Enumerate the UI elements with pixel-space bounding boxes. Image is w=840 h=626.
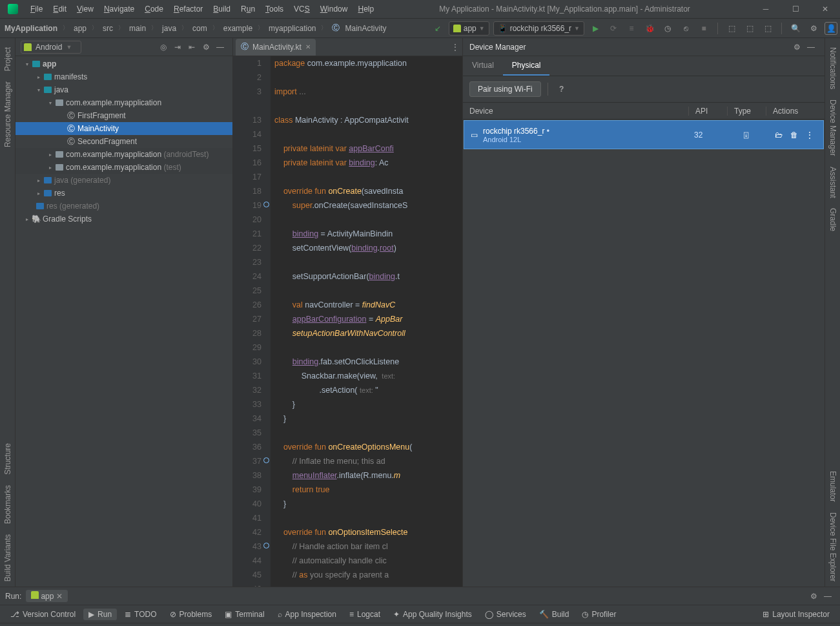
breadcrumb-item[interactable]: myapplication (267, 23, 318, 34)
menu-code[interactable]: Code (140, 3, 168, 16)
bottom-tab-problems[interactable]: ⊘ Problems (165, 609, 218, 620)
breadcrumb-item[interactable]: com (190, 23, 209, 34)
select-opened-icon[interactable]: ◎ (156, 40, 170, 54)
project-view-combo[interactable]: Android ▼ (21, 41, 81, 54)
debug-icon[interactable]: 🐞 (642, 21, 657, 36)
sidebar-tab-build-variants[interactable]: Build Variants (1, 529, 14, 587)
bottom-tab-layout-inspector[interactable]: ⊞ Layout Inspector (757, 609, 835, 620)
device-table-header[interactable]: Device API Type Actions (463, 103, 825, 120)
breadcrumb[interactable]: MyApplication〉 app〉 src〉 main〉 java〉 com… (3, 22, 389, 34)
bottom-tab-logcat[interactable]: ≡ Logcat (344, 609, 385, 620)
menu-run[interactable]: Run (236, 3, 260, 16)
breadcrumb-item[interactable]: java (160, 23, 178, 34)
delete-icon[interactable]: 🗑 (790, 130, 798, 140)
sdk-icon[interactable]: ⬚ (761, 21, 775, 36)
panel-settings-icon[interactable]: ⚙ (806, 589, 821, 603)
sidebar-tab-emulator[interactable]: Emulator (826, 466, 839, 507)
tree-node-firstfragment[interactable]: FirstFragment (77, 111, 126, 120)
editor-gutter[interactable]: 1231314151617181920212223242526272829303… (233, 56, 271, 587)
sidebar-tab-structure[interactable]: Structure (1, 438, 14, 480)
run-config-tab[interactable]: app ✕ (26, 590, 68, 602)
menu-build[interactable]: Build (209, 3, 235, 16)
device-row[interactable]: ▭ rockchip rk3566_r • Android 12L 32 ⍗ 🗁… (464, 120, 824, 149)
maximize-button[interactable]: ☐ (781, 0, 810, 19)
user-icon[interactable]: 👤 (825, 22, 837, 35)
editor-more-icon[interactable]: ⋮ (448, 40, 462, 54)
sidebar-tab-device-file-explorer[interactable]: Device File Explorer (826, 507, 839, 587)
panel-hide-icon[interactable]: — (804, 40, 818, 54)
menu-edit[interactable]: Edit (48, 3, 71, 16)
menu-refactor[interactable]: Refactor (169, 3, 207, 16)
open-folder-icon[interactable]: 🗁 (775, 130, 783, 140)
bottom-tab-run[interactable]: ▶ Run (83, 609, 117, 620)
tree-node-manifests[interactable]: manifests (54, 72, 87, 81)
tree-node-secondfragment[interactable]: SecondFragment (77, 137, 137, 146)
code-area[interactable]: package com.example.myapplication import… (271, 56, 462, 587)
tab-physical[interactable]: Physical (503, 56, 550, 76)
sidebar-tab-assistant[interactable]: Assistant (826, 162, 839, 203)
help-icon[interactable]: ? (555, 82, 569, 96)
project-tree[interactable]: ▾app ▸manifests ▾java ▾com.example.myapp… (15, 56, 232, 587)
settings-icon[interactable]: ⚙ (806, 21, 821, 36)
search-icon[interactable]: 🔍 (788, 21, 803, 36)
breadcrumb-item[interactable]: src (101, 23, 115, 34)
minimize-button[interactable]: ─ (751, 0, 781, 19)
panel-hide-icon[interactable]: — (213, 40, 227, 54)
sidebar-tab-device-manager[interactable]: Device Manager (826, 94, 839, 161)
tree-node-app[interactable]: app (43, 59, 56, 68)
run-button[interactable]: ▶ (588, 21, 602, 36)
sidebar-tab-gradle[interactable]: Gradle (826, 203, 839, 236)
menu-view[interactable]: View (72, 3, 98, 16)
collapse-icon[interactable]: ⇤ (185, 40, 199, 54)
coverage-icon[interactable]: ≡ (624, 21, 639, 36)
panel-settings-icon[interactable]: ⚙ (199, 40, 213, 54)
sidebar-tab-project[interactable]: Project (1, 42, 14, 76)
bottom-tab-aqi[interactable]: ✦ App Quality Insights (388, 609, 477, 620)
menu-navigate[interactable]: Navigate (99, 3, 139, 16)
tree-node-java-gen[interactable]: java (54, 176, 68, 185)
bottom-tab-services[interactable]: ◯ Services (480, 609, 531, 620)
expand-icon[interactable]: ⇥ (170, 40, 185, 54)
more-icon[interactable]: ⋮ (806, 130, 814, 140)
close-button[interactable]: ✕ (810, 0, 840, 19)
panel-hide-icon[interactable]: — (821, 589, 835, 603)
bottom-tab-build[interactable]: 🔨 Build (534, 609, 575, 620)
breadcrumb-item[interactable]: MyApplication (3, 23, 59, 34)
tree-node-mainactivity[interactable]: MainActivity (77, 124, 119, 133)
breadcrumb-item[interactable]: main (127, 23, 148, 34)
sidebar-tab-resource-manager[interactable]: Resource Manager (1, 76, 14, 152)
bottom-tab-todo[interactable]: ≣ TODO (119, 609, 161, 620)
breadcrumb-item[interactable]: app (72, 23, 88, 34)
run-config-combo[interactable]: app ▼ (449, 21, 489, 36)
breadcrumb-item[interactable]: MainActivity (343, 23, 388, 34)
sync-icon[interactable]: ↙ (431, 21, 445, 36)
attach-debugger-icon[interactable]: ⎋ (679, 21, 693, 36)
avd-icon[interactable]: ⬚ (743, 21, 757, 36)
apply-changes-icon[interactable]: ⟳ (606, 21, 620, 36)
menu-window[interactable]: Window (316, 3, 353, 16)
close-tab-icon[interactable]: ✕ (305, 43, 311, 50)
breadcrumb-item[interactable]: example (221, 23, 254, 34)
bottom-tab-app-inspection[interactable]: ⌕ App Inspection (272, 609, 342, 620)
editor-tab[interactable]: ⒸMainActivity.kt✕ (236, 39, 316, 56)
tree-node-res-gen[interactable]: res (46, 202, 57, 211)
bottom-tab-terminal[interactable]: ▣ Terminal (220, 609, 269, 620)
bottom-tab-vcs[interactable]: ⎇ Version Control (5, 609, 81, 620)
menu-help[interactable]: Help (353, 3, 378, 16)
tree-node-package[interactable]: com.example.myapplication (66, 98, 161, 107)
menu-tools[interactable]: Tools (261, 3, 288, 16)
tree-node-package-test[interactable]: com.example.myapplication (66, 163, 161, 172)
tree-node-java[interactable]: java (54, 85, 68, 94)
sidebar-tab-notifications[interactable]: Notifications (826, 42, 839, 94)
menu-vcs[interactable]: VCS (289, 3, 314, 16)
update-icon[interactable]: ⬚ (724, 21, 739, 36)
panel-settings-icon[interactable]: ⚙ (790, 40, 804, 54)
tree-node-gradle[interactable]: Gradle Scripts (43, 214, 92, 224)
pair-wifi-button[interactable]: Pair using Wi-Fi (469, 81, 541, 97)
sidebar-tab-bookmarks[interactable]: Bookmarks (1, 480, 14, 529)
menu-file[interactable]: File (26, 3, 47, 16)
tree-node-package-androidtest[interactable]: com.example.myapplication (66, 150, 161, 159)
bottom-tab-profiler[interactable]: ◷ Profiler (577, 609, 621, 620)
stop-button[interactable]: ■ (697, 21, 711, 36)
tab-virtual[interactable]: Virtual (463, 56, 503, 76)
